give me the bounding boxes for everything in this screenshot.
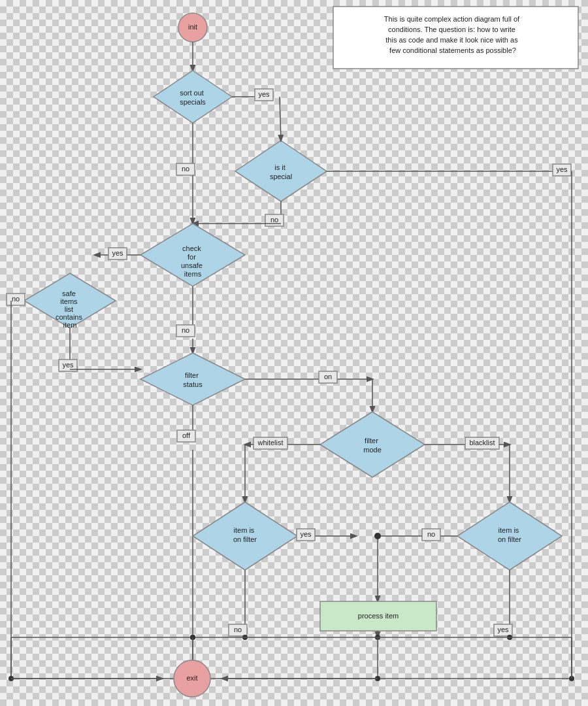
diagram-container: This is quite complex action diagram ful… [0,0,588,706]
flowchart-svg: This is quite complex action diagram ful… [0,0,588,706]
check-unsafe-label: check for unsafe items [181,244,204,278]
yes-text-sort: yes [258,90,270,98]
process-item-label: process item [358,612,399,620]
yes-text-isitspecial: yes [556,165,568,173]
no-text-itemleft-bottom: no [234,626,242,633]
no-text-safeitems: no [12,295,20,303]
line-yes-toisitspecial [280,97,281,141]
yes-text-safeitems: yes [62,361,74,369]
on-text-filterstatus: on [324,373,332,380]
filter-mode-node [320,412,425,477]
no-text-checkunsafe: no [182,326,189,334]
sort-out-specials-node [154,71,232,123]
no-text-isitspecial: no [270,216,278,224]
blacklist-text: blacklist [469,439,495,446]
exit-label: exit [186,674,197,682]
filter-status-node [140,353,245,405]
whitelist-text: whitelist [257,439,283,446]
yes-text-itemleft: yes [300,530,312,538]
dot-center-820 [374,533,381,539]
yes-text-itemright-bottom: yes [497,626,509,633]
no-text-sort: no [182,165,189,173]
off-text-filterstatus: off [182,431,191,439]
init-label: init [188,23,197,31]
yes-text-checkunsafe: yes [112,249,123,257]
no-text-itemright: no [427,530,435,538]
